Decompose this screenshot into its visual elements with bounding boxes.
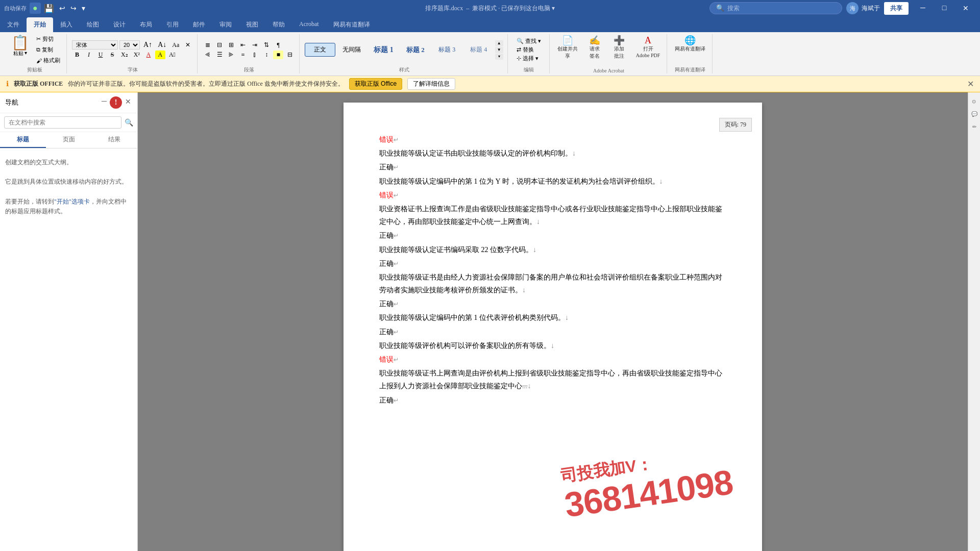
tab-design[interactable]: 设计 <box>106 17 133 32</box>
right-tool-comments[interactable]: 💬 <box>970 109 978 119</box>
restore-button[interactable]: □ <box>934 0 954 16</box>
numbering-button[interactable]: ⊟ <box>214 41 225 49</box>
tab-insert[interactable]: 插入 <box>53 17 80 32</box>
nav-close-button[interactable]: ✕ <box>124 96 132 109</box>
nav-red-circle[interactable]: ! <box>110 96 122 109</box>
bold-button[interactable]: B <box>72 51 82 59</box>
undo-button[interactable]: ↩ <box>57 3 67 14</box>
tab-review[interactable]: 审阅 <box>212 17 239 32</box>
borders-button[interactable]: ⊟ <box>285 51 295 59</box>
underline-button[interactable]: U <box>95 51 106 59</box>
paste-button[interactable]: 📋 粘贴 ▾ <box>7 34 33 65</box>
minimize-button[interactable]: ─ <box>913 0 933 16</box>
clear-format-button[interactable]: ✕ <box>183 41 193 49</box>
nav-tab-pages[interactable]: 页面 <box>46 132 92 148</box>
more-quick-access[interactable]: ▾ <box>80 3 87 14</box>
decrease-font-button[interactable]: A↓ <box>156 40 168 49</box>
nav-collapse-button[interactable]: ─ <box>101 96 108 109</box>
tab-references[interactable]: 引用 <box>159 17 186 32</box>
open-acrobat-button[interactable]: A 打开Adobe PDF <box>633 34 663 67</box>
notif-message: 你的许可证并非正版。你可能是盗版软件的受害者。立即通过正版 Office 兹免中… <box>68 80 344 88</box>
learn-more-button[interactable]: 了解详细信息 <box>407 78 455 90</box>
replace-button[interactable]: ⇄ 替换 <box>517 46 541 54</box>
create-share-button[interactable]: 📄 创建并共享 <box>555 34 580 67</box>
decrease-indent-button[interactable]: ⇤ <box>238 41 248 49</box>
tab-translate[interactable]: 网易有道翻译 <box>326 17 377 32</box>
search-bar[interactable]: 🔍 <box>709 2 842 14</box>
styles-scroll-down[interactable]: ▼ <box>495 47 503 53</box>
translate-button[interactable]: 🌐 网易有道翻译 <box>672 34 708 65</box>
styles-scroll-up[interactable]: ▲ <box>495 40 503 46</box>
format-copy-button[interactable]: 🖌 格式刷 <box>34 56 62 65</box>
change-case-button[interactable]: Aa <box>170 41 181 49</box>
style-zhengwen[interactable]: 正文 <box>305 43 335 57</box>
style-biaoti4[interactable]: 标题 4 <box>463 43 494 57</box>
line-spacing-button[interactable]: ↕ <box>261 51 272 59</box>
styles-expand[interactable]: ▾ <box>495 54 503 60</box>
style-wujiange[interactable]: 无间隔 <box>336 43 367 57</box>
align-center-button[interactable]: ☰ <box>214 51 225 59</box>
italic-button[interactable]: I <box>84 51 94 59</box>
share-button[interactable]: 共享 <box>884 2 909 15</box>
style-biaoti1[interactable]: 标题 1 <box>368 43 399 57</box>
nav-start-tab-link[interactable]: "开始"选项卡 <box>54 198 90 205</box>
font-color-button[interactable]: A <box>143 51 154 59</box>
style-biaoti3[interactable]: 标题 3 <box>432 43 462 57</box>
get-office-button[interactable]: 获取正版 Office <box>349 78 402 90</box>
font-size-select[interactable]: 20 <box>119 40 140 49</box>
search-input[interactable] <box>727 5 829 12</box>
column-button[interactable]: ⫿ <box>250 51 260 59</box>
request-sign-button[interactable]: ✍ 请求签名 <box>584 34 605 67</box>
tab-draw[interactable]: 绘图 <box>80 17 106 32</box>
copy-button[interactable]: ⧉ 复制 <box>34 45 62 55</box>
user-avatar: 海 <box>846 2 859 14</box>
right-tool-focus[interactable]: ⊙ <box>970 97 978 106</box>
nav-search-button[interactable]: 🔍 <box>125 118 133 127</box>
tab-help[interactable]: 帮助 <box>265 17 292 32</box>
doc-area[interactable]: 页码: 79 错误↵ 职业技能等级认定证书由职业技能等级认定的评价机构印制。↓ … <box>138 92 968 551</box>
subscript-button[interactable]: X₂ <box>119 51 130 59</box>
align-left-button[interactable]: ⫷ <box>203 51 213 59</box>
tab-layout[interactable]: 布局 <box>133 17 159 32</box>
redo-button[interactable]: ↪ <box>68 3 79 14</box>
increase-font-button[interactable]: A↑ <box>141 40 154 49</box>
tab-home[interactable]: 开始 <box>27 17 53 32</box>
char-border-button[interactable]: A⃞ <box>167 51 178 59</box>
save-button[interactable]: 💾 <box>44 4 54 13</box>
tab-mailings[interactable]: 邮件 <box>186 17 212 32</box>
ribbon-content: 📋 粘贴 ▾ ✂ 剪切 ⧉ 复制 🖌 格式刷 剪贴板 <box>0 32 980 76</box>
bullets-button[interactable]: ≣ <box>203 41 213 49</box>
increase-indent-button[interactable]: ⇥ <box>250 41 260 49</box>
font-name-select[interactable]: 宋体 <box>72 40 118 49</box>
strikethrough-button[interactable]: S <box>107 51 117 59</box>
nav-tab-results[interactable]: 结果 <box>91 132 137 148</box>
adobe-label: Adobe Acrobat <box>593 68 624 73</box>
style-biaoti2[interactable]: 标题 2 <box>400 43 431 57</box>
doc-content[interactable]: 错误↵ 职业技能等级认定证书由职业技能等级认定的评价机构印制。↓ 正确↵ 职业技… <box>379 133 726 407</box>
close-button[interactable]: ✕ <box>955 0 976 16</box>
add-pdf-button[interactable]: ➕ 添加批注 <box>609 34 629 67</box>
sort-button[interactable]: ⇅ <box>261 41 272 49</box>
shading-button[interactable]: ■ <box>273 51 283 59</box>
find-button[interactable]: 🔍 查找 ▾ <box>517 37 541 45</box>
align-right-button[interactable]: ⫸ <box>226 51 236 59</box>
paste-dropdown[interactable]: ▾ <box>24 50 27 57</box>
tab-file[interactable]: 文件 <box>0 17 27 32</box>
clipboard-label: 剪贴板 <box>27 66 42 73</box>
superscript-button[interactable]: X² <box>132 51 142 59</box>
justify-button[interactable]: ≡ <box>238 51 248 59</box>
title-bar: 自动保存 ● 💾 ↩ ↪ ▾ 排序题库.docx – 兼容模式 · 已保存到这台… <box>0 0 980 16</box>
nav-tab-headings[interactable]: 标题 <box>0 132 46 148</box>
tab-acrobat[interactable]: Acrobat <box>292 17 326 32</box>
multilevel-button[interactable]: ⊞ <box>226 41 236 49</box>
nav-search-input[interactable] <box>4 116 121 129</box>
highlight-button[interactable]: A <box>155 51 165 59</box>
select-button[interactable]: ⊹ 选择 ▾ <box>517 55 541 62</box>
show-marks-button[interactable]: ¶ <box>273 41 283 49</box>
font-label: 字体 <box>128 66 138 73</box>
right-tool-track[interactable]: ✏ <box>970 122 978 132</box>
cut-button[interactable]: ✂ 剪切 <box>34 34 62 44</box>
tab-view[interactable]: 视图 <box>239 17 265 32</box>
autosave-toggle[interactable]: ● <box>30 3 41 14</box>
notif-close-button[interactable]: ✕ <box>967 79 974 89</box>
